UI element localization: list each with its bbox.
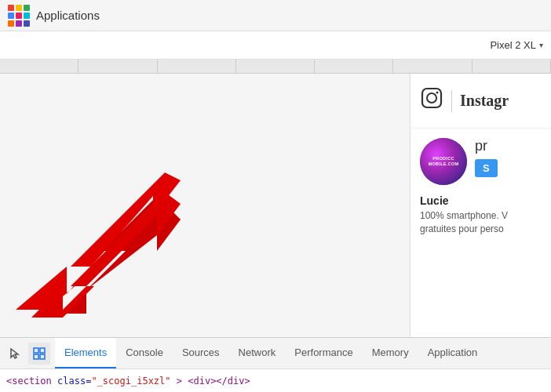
devtools-tabs: Elements Console Sources Network Perform…	[0, 337, 551, 368]
avatar: PRODICCMOBILE.COM	[420, 138, 467, 185]
instagram-wordmark: Instagr	[460, 92, 509, 110]
main-content: Instagr PRODICCMOBILE.COM pr S Lucie 100…	[0, 74, 551, 337]
app-title: Applications	[36, 9, 100, 22]
tabs-list: Elements Console Sources Network Perform…	[55, 338, 487, 368]
profile-description: 100% smartphone. Vgratuites pour perso	[420, 209, 542, 236]
app-grid-icon	[8, 5, 30, 27]
svg-rect-9	[34, 354, 38, 359]
tab-performance[interactable]: Performance	[285, 338, 362, 368]
svg-marker-6	[11, 349, 18, 358]
code-tag-close: >	[177, 376, 182, 387]
svg-rect-3	[422, 89, 441, 107]
ruler-segment-7	[473, 60, 551, 73]
code-attr-class: class=	[57, 376, 91, 387]
profile-name-section: Lucie 100% smartphone. Vgratuites pour p…	[411, 194, 551, 242]
instagram-divider	[451, 90, 452, 112]
tab-memory[interactable]: Memory	[363, 338, 418, 368]
profile-section: PRODICCMOBILE.COM pr S	[411, 129, 551, 194]
cursor-icon	[9, 347, 22, 360]
inspect-icon	[33, 347, 46, 360]
profile-name: Lucie	[420, 194, 542, 207]
device-selector[interactable]: Pixel 2 XL ▾	[490, 39, 543, 51]
code-bar: <section class="_scogi_i5xzl" > <div></d…	[0, 368, 551, 392]
ruler-bar	[0, 60, 551, 74]
tab-console[interactable]: Console	[116, 338, 173, 368]
ruler-segment-5	[315, 60, 393, 73]
device-bar: Pixel 2 XL ▾	[0, 31, 551, 60]
code-tag-open: <section	[6, 376, 52, 387]
svg-rect-10	[40, 354, 45, 359]
svg-rect-7	[34, 348, 38, 353]
profile-username-partial: pr	[475, 138, 498, 154]
tab-elements[interactable]: Elements	[55, 338, 116, 368]
follow-button[interactable]: S	[475, 159, 498, 177]
arrow-indicator	[16, 172, 181, 314]
ruler-segment-3	[158, 60, 236, 73]
svg-point-5	[436, 92, 439, 94]
ruler-segment-6	[393, 60, 472, 73]
ruler-segment-4	[236, 60, 315, 73]
code-attr-value: "_scogi_i5xzl"	[91, 376, 170, 387]
tab-network[interactable]: Network	[229, 338, 286, 368]
ruler-segment-1	[0, 60, 78, 73]
tab-icon-group	[0, 343, 55, 365]
left-panel	[0, 74, 410, 337]
svg-marker-2	[16, 172, 181, 310]
instagram-header: Instagr	[411, 74, 551, 129]
ruler-segment-2	[78, 60, 157, 73]
right-panel: Instagr PRODICCMOBILE.COM pr S Lucie 100…	[410, 74, 551, 337]
svg-rect-8	[40, 348, 45, 353]
device-name: Pixel 2 XL	[490, 39, 536, 51]
chevron-down-icon: ▾	[539, 41, 543, 49]
code-div-open: <div></div>	[188, 376, 250, 387]
tab-sources[interactable]: Sources	[173, 338, 229, 368]
instagram-icon	[420, 86, 443, 115]
top-bar: Applications	[0, 0, 551, 31]
tab-application[interactable]: Application	[418, 338, 487, 368]
svg-point-4	[427, 93, 436, 103]
profile-info: pr S	[475, 138, 498, 177]
cursor-tool-button[interactable]	[5, 343, 27, 365]
code-breadcrumb: <section class="_scogi_i5xzl" > <div></d…	[6, 376, 250, 387]
inspect-element-button[interactable]	[28, 343, 50, 365]
